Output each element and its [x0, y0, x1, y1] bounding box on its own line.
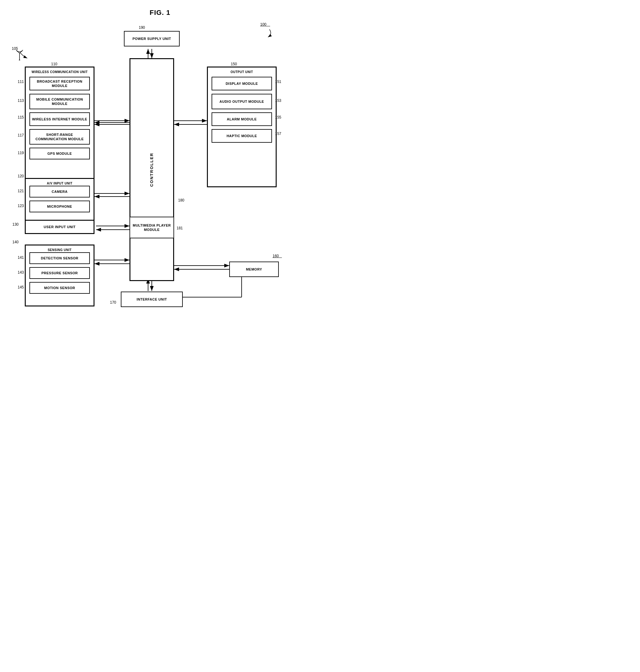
ref-180: 180 — [178, 198, 184, 203]
ref-143: 143 — [18, 270, 24, 274]
detection-sensor-box: DETECTION SENSOR — [29, 252, 90, 264]
ref-110: 110 — [51, 62, 57, 66]
ref-113: 113 — [18, 99, 24, 103]
alarm-module-box: ALARM MODULE — [212, 113, 272, 126]
user-input-unit-box: USER INPUT UNIT — [25, 220, 94, 234]
mobile-communication-module-box: MOBILE COMMUNICATION MODULE — [29, 94, 90, 109]
ref-157: 157 — [275, 132, 281, 136]
pressure-sensor-box: PRESSURE SENSOR — [29, 267, 90, 279]
memory-box: MEMORY — [229, 262, 279, 277]
broadcast-reception-module-box: BROADCAST RECEPTION MODULE — [29, 77, 90, 90]
ref-155: 155 — [275, 115, 281, 119]
ref-145: 145 — [18, 285, 24, 289]
av-input-unit-box: A/V INPUT UNIT — [25, 178, 94, 221]
ref-190: 190 — [139, 25, 145, 30]
page-title: FIG. 1 — [150, 9, 170, 17]
ref-119: 119 — [18, 151, 24, 155]
diagram: FIG. 1 100 105 POWER SUPPLY UNIT 190 CON… — [0, 0, 320, 336]
multimedia-player-module-box: MULTIMEDIA PLAYER MODULE — [130, 217, 174, 238]
ref-181: 181 — [177, 226, 183, 230]
microphone-box: MICROPHONE — [29, 200, 90, 212]
ref-141: 141 — [18, 255, 24, 260]
ref-123: 123 — [18, 204, 24, 208]
ref-115: 115 — [18, 115, 24, 119]
antenna-icon — [15, 48, 24, 62]
haptic-module-box: HAPTIC MODULE — [212, 129, 272, 143]
camera-box: CAMERA — [29, 186, 90, 197]
svg-marker-26 — [19, 59, 20, 60]
audio-output-module-box: AUDIO OUTPUT MODULE — [212, 94, 272, 109]
ref-130: 130 — [12, 222, 18, 227]
ref-111: 111 — [18, 79, 24, 84]
ref-120: 120 — [18, 174, 24, 178]
motion-sensor-box: MOTION SENSOR — [29, 282, 90, 294]
ref-153: 153 — [275, 99, 281, 103]
controller-box: CONTROLLER — [130, 58, 174, 281]
interface-unit-box: INTERFACE UNIT — [121, 292, 183, 307]
ref-150: 150 — [231, 62, 237, 66]
ref-170: 170 — [110, 300, 116, 304]
ref-140: 140 — [12, 240, 18, 244]
ref-117: 117 — [18, 133, 24, 137]
power-supply-unit-box: POWER SUPPLY UNIT — [124, 31, 180, 46]
display-module-box: DISPLAY MODULE — [212, 77, 272, 90]
wireless-internet-module-box: WIRELESS INTERNET MODULE — [29, 113, 90, 126]
short-range-communication-module-box: SHORT-RANGE COMMUNICATION MODULE — [29, 129, 90, 145]
ref-151: 151 — [275, 79, 281, 84]
ref-121: 121 — [18, 189, 24, 193]
gps-module-box: GPS MODULE — [29, 148, 90, 160]
